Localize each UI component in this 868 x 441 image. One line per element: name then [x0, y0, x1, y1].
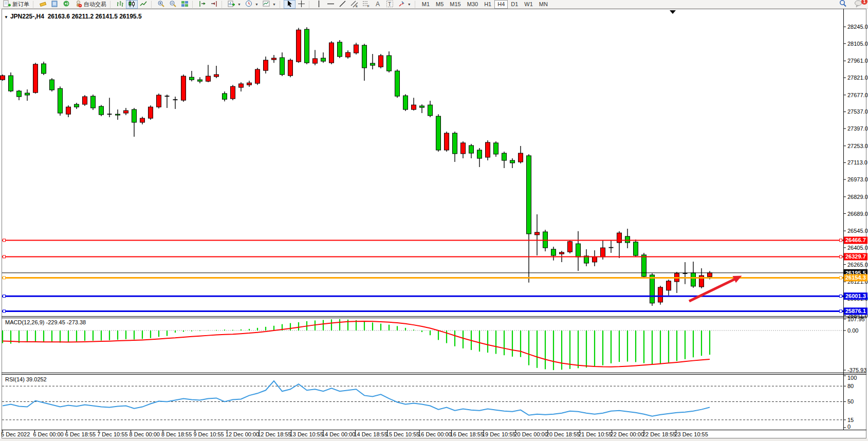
candle-body	[50, 80, 54, 90]
bar-chart-button[interactable]	[114, 0, 126, 9]
candle-body	[667, 281, 671, 290]
symbol-label: JPN225-,H4	[10, 13, 44, 20]
price-tag-label: 26466.7	[845, 237, 866, 243]
candle-body	[66, 107, 71, 114]
line-handle	[840, 310, 842, 313]
cursor-button[interactable]	[284, 0, 296, 9]
chart-shift-button[interactable]	[196, 0, 208, 9]
clock-icon	[245, 0, 253, 9]
price-chart[interactable]: 28245.028105.027961.027821.027677.027537…	[0, 0, 868, 441]
label-button[interactable]: T	[384, 0, 396, 9]
time-axis-label: 8 Dec 18:55	[161, 431, 192, 437]
candle-body	[58, 88, 63, 113]
time-axis-label: 16 Dec 18:55	[450, 431, 484, 437]
chevron-down-icon: ▼	[237, 3, 241, 6]
symbol-dropdown-icon[interactable]: ▼	[4, 15, 8, 20]
price-tick-label: 26973.0	[847, 176, 868, 182]
period-button[interactable]: ▼	[243, 0, 261, 9]
zoom-out-button[interactable]	[167, 0, 179, 9]
auto-scroll-button[interactable]	[208, 0, 220, 9]
timeframe-w1[interactable]: W1	[521, 0, 536, 9]
tile-windows-button[interactable]	[179, 0, 191, 9]
separator	[221, 1, 224, 8]
candle-body	[305, 29, 309, 63]
notifications-button[interactable]: 1	[852, 0, 865, 9]
line-chart-button[interactable]	[138, 0, 150, 9]
candle-body	[560, 252, 564, 254]
timeframe-d1[interactable]: D1	[508, 0, 521, 9]
price-tick-label: 27537.0	[847, 108, 868, 115]
autotrade-button[interactable]: 自动交易	[72, 0, 108, 9]
separator	[151, 1, 154, 8]
candle-body	[691, 273, 696, 286]
price-tick-label: 26405.0	[847, 245, 868, 251]
market-depth-button[interactable]	[49, 0, 61, 9]
horizontal-line-button[interactable]	[325, 0, 337, 9]
fibonacci-button[interactable]: F	[360, 0, 372, 9]
time-axis-label: 19 Dec 10:55	[482, 431, 515, 437]
zoom-in-button[interactable]	[155, 0, 167, 9]
line-handle	[840, 277, 842, 279]
candle-body	[379, 56, 383, 67]
equidistant-channel-icon: E	[350, 0, 358, 9]
candle-body	[140, 118, 145, 122]
new-chart-icon	[228, 0, 235, 9]
price-tick-label: 27961.0	[847, 58, 868, 64]
text-button[interactable]: A	[372, 0, 384, 9]
new-chart-button[interactable]: ▼	[226, 0, 243, 9]
template-button[interactable]: ▼	[261, 0, 278, 9]
candle-body	[576, 244, 581, 257]
time-axis-label: 21 Dec 10:55	[578, 431, 612, 437]
trendline-button[interactable]	[337, 0, 348, 9]
line-handle	[840, 255, 842, 258]
line-handle	[840, 295, 842, 298]
eraser-button[interactable]	[37, 0, 49, 9]
line-handle	[3, 255, 6, 258]
price-tick-label: 27397.0	[847, 125, 868, 132]
separator	[192, 1, 195, 8]
price-tick-label: 26689.0	[847, 211, 868, 217]
candle-body	[181, 76, 186, 100]
new-order-button[interactable]: 新订单	[1, 0, 31, 9]
zoom-in-icon	[157, 0, 165, 9]
channel-button[interactable]: E	[348, 0, 360, 9]
time-axis-label: 22 Dec 00:00	[611, 431, 644, 437]
crosshair-button[interactable]	[296, 0, 307, 9]
chevron-down-icon: ▼	[408, 3, 411, 6]
vertical-line-button[interactable]	[313, 0, 325, 9]
candle-body	[198, 80, 202, 81]
autotrade-icon	[75, 0, 82, 9]
candle-body	[1, 76, 5, 80]
candle-body	[461, 143, 466, 154]
candle-body	[329, 43, 334, 63]
macd-tick-label: 0.00	[847, 327, 858, 334]
candle-body	[551, 249, 556, 255]
price-tick-label: 26545.0	[847, 228, 868, 234]
candle-body	[132, 109, 137, 122]
timeframe-h4[interactable]: H4	[494, 0, 508, 9]
timeframe-mn[interactable]: MN	[536, 0, 551, 9]
price-tick-label: 28245.0	[847, 24, 868, 30]
candle-body	[239, 84, 244, 87]
candle-body	[346, 52, 350, 57]
timeframe-m5[interactable]: M5	[433, 0, 447, 9]
arrows-button[interactable]: ▼	[396, 0, 413, 9]
timeframe-m30[interactable]: M30	[464, 0, 481, 9]
macd-indicator-label: MACD(12,26,9) -229.45 -273.38	[5, 319, 86, 325]
sound-button[interactable]	[61, 0, 72, 9]
svg-text:E: E	[356, 5, 358, 8]
separator	[309, 1, 311, 8]
candle-body	[658, 287, 663, 302]
rsi-tick-label: 0	[847, 424, 851, 430]
candle-body	[428, 105, 433, 116]
price-tick-label: 28105.0	[847, 41, 868, 47]
timeframe-m1[interactable]: M1	[419, 0, 433, 9]
timeframe-m15[interactable]: M15	[447, 0, 464, 9]
sound-icon	[63, 0, 70, 9]
candlestick-chart-button[interactable]	[126, 0, 138, 9]
line-handle	[3, 295, 6, 298]
price-tick-label: 27253.0	[847, 143, 868, 149]
search-button[interactable]	[837, 0, 849, 9]
candle-body	[206, 76, 211, 81]
timeframe-h1[interactable]: H1	[481, 0, 494, 9]
